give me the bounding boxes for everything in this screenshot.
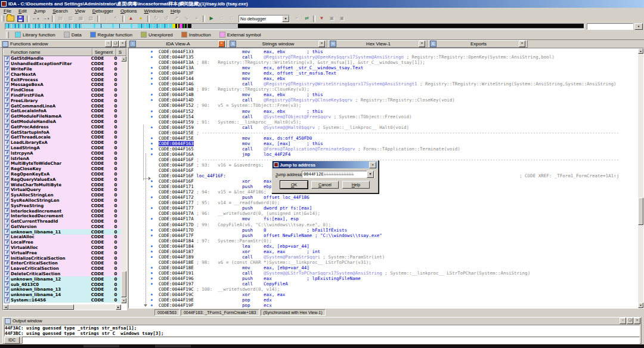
functions-vertical-scrollbar[interactable]: ▲ ▼	[121, 56, 126, 303]
listing-line[interactable]: CODE:0044F13A mov ecx, offset _str_C__wi…	[129, 65, 639, 70]
column-header-segment[interactable]: Segment	[92, 48, 116, 56]
listing-line[interactable]: CODE:0044F14D call @Registry@TRegistry@C…	[129, 97, 639, 103]
listing-line[interactable]: CODE:0044F191 call @System@@LStrToPChar$…	[129, 270, 639, 276]
menu-item-windows[interactable]: Windows	[141, 8, 167, 14]
listing-line[interactable]: CODE:0044F15E ; ------------------------…	[129, 130, 639, 135]
pause-process-icon[interactable]: □	[217, 14, 227, 23]
function-row[interactable]: fGetProcAddressCODE0	[3, 124, 121, 130]
listing-line[interactable]: CODE:0044F177 ; 95: v14 = __readfsdword(…	[129, 200, 639, 205]
output-float-button[interactable]: ❏	[627, 318, 633, 324]
help-button[interactable]: Help	[342, 181, 370, 189]
scroll-up-icon[interactable]: ▲	[121, 56, 126, 61]
function-row[interactable]: fGetVersionCODE0	[3, 224, 121, 230]
jump-down-icon[interactable]: ↓	[101, 14, 111, 23]
function-row[interactable]: fLocalFreeCODE0	[3, 240, 121, 245]
plugin-icon[interactable]: ▣	[338, 14, 347, 23]
column-header-function-name[interactable]: Function name	[3, 48, 92, 56]
function-row[interactable]: fGetLocaleInfoACODE0	[3, 109, 121, 114]
tab-hex-view-1[interactable]: HHex View-1×	[327, 40, 428, 48]
function-row[interactable]: fFindCloseCODE0	[3, 88, 121, 93]
refresh-icon[interactable]: ⇄	[302, 14, 312, 23]
ida-view-a[interactable]: CODE:0044F133 mov eax, ebx ; thisCODE:00…	[128, 48, 644, 309]
function-row[interactable]: fGetThreadLocaleCODE0	[3, 135, 121, 140]
run-to-cursor-icon[interactable]: ↘	[182, 14, 191, 23]
scroll-down-icon[interactable]: ▼	[638, 303, 643, 308]
menu-item-view[interactable]: View	[72, 8, 89, 14]
listing-line[interactable]: CODE:0044F17A ; 96: __writefsdword(0, (u…	[129, 211, 639, 216]
function-row[interactable]: fEnterCriticalSectionCODE0	[3, 261, 121, 266]
scroll-down-icon[interactable]: ▼	[121, 298, 126, 303]
column-header-start[interactable]: S	[116, 48, 126, 56]
function-row[interactable]: funknown_libname_14CODE0	[3, 292, 121, 298]
function-row[interactable]: funknown_libname_13CODE0	[3, 287, 121, 292]
script-icon[interactable]: ▣	[327, 14, 337, 23]
function-row[interactable]: fsub_4013C0CODE0	[3, 282, 121, 287]
function-row[interactable]: fRegQueryValueExACODE0	[3, 177, 121, 182]
functions-restore-button[interactable]: ▫	[105, 41, 112, 47]
listing-line[interactable]: CODE:0044F17A mov fs:[eax], esp	[129, 216, 639, 221]
listing-line[interactable]: CODE:0044F146 call @Registry@TRegistry@W…	[129, 81, 639, 87]
scroll-thumb[interactable]	[121, 271, 126, 297]
function-row[interactable]: fGetModuleHandleACODE0	[3, 119, 121, 125]
listing-line[interactable]: CODE:0044F19F pop ecx	[129, 303, 639, 308]
listing-line[interactable]: CODE:0044F196 push eax ; lpExistingFileN…	[129, 276, 639, 281]
cut-icon[interactable]: ▥	[66, 14, 76, 23]
open-file-icon[interactable]	[6, 14, 16, 23]
scroll-thumb[interactable]	[638, 198, 643, 225]
lumina-icon[interactable]: ●	[137, 14, 146, 23]
function-row[interactable]: fDeleteCriticalSectionCODE0	[3, 272, 121, 277]
cancel-button[interactable]: Cancel	[311, 181, 339, 189]
band-range-box[interactable]	[587, 23, 633, 30]
nav-forward-icon[interactable]: →▾	[41, 14, 51, 23]
scroll-right-icon[interactable]: ▶	[116, 304, 121, 310]
output-window-titlebar[interactable]: Output window ▫ ❏ ×	[3, 318, 641, 324]
functions-window-titlebar[interactable]: Functions window ▫ ❏ ×	[0, 40, 127, 48]
function-row[interactable]: fUnhandledExceptionFilterCODE0	[3, 61, 121, 67]
listing-line[interactable]: CODE:0044F152 ; 90: v5 = System::TObject…	[129, 103, 639, 108]
listing-line[interactable]: CODE:0044F17D push 0 ; bFailIfExists	[129, 227, 639, 233]
band-options-button[interactable]: ▾	[634, 23, 643, 30]
ok-button[interactable]: OK	[280, 181, 308, 189]
function-row[interactable]: fSysReAllocStringLenCODE0	[3, 198, 121, 204]
listing-line[interactable]: CODE:0044F189 call @System@ParamStr$qqri…	[129, 254, 639, 260]
function-row[interactable]: funknown_libname_12CODE0	[3, 276, 121, 282]
save-icon[interactable]	[16, 14, 26, 23]
listing-line[interactable]: CODE:0044F16F ; 93: v16 = &savedregs;	[129, 162, 639, 168]
listing-line[interactable]: CODE:0044F16A jmp loc_44F2F4	[129, 152, 639, 157]
function-row[interactable]: fMultiByteToWideCharCODE0	[3, 161, 121, 167]
listing-line[interactable]: CODE:0044F177 push dword ptr fs:[eax]	[129, 205, 639, 211]
run-until-return-icon[interactable]: ↗	[172, 14, 181, 23]
function-row[interactable]: fSysAllocStringLenCODE0	[3, 193, 121, 198]
menu-item-edit[interactable]: Edit	[15, 8, 30, 14]
scroll-thumb[interactable]	[8, 304, 74, 310]
listing-line[interactable]: CODE:0044F152 mov eax, ebx ; this	[129, 109, 639, 114]
breakpoint-icon[interactable]: ▼	[317, 14, 327, 23]
menu-item-options[interactable]: Options	[117, 8, 141, 14]
listing-line[interactable]: CODE:0044F133 mov eax, ebx ; this	[129, 49, 639, 54]
listing-line[interactable]: CODE:0044F14B mov eax, ebx ; this	[129, 92, 639, 97]
title-bar[interactable]: IDA - C:\Documents and Settings\Administ…	[0, 0, 644, 8]
command-input[interactable]	[22, 337, 640, 344]
start-process-icon[interactable]: ▶	[207, 14, 216, 23]
function-row[interactable]: fSystem::16456CODE0	[3, 298, 121, 303]
listing-line[interactable]: CODE:0044F19C xor eax, eax	[129, 292, 639, 297]
listing-line[interactable]: CODE:0044F135 call @Registry@TRegistry@O…	[129, 54, 639, 60]
listing-line[interactable]: CODE:0044F144 mov eax, ebx	[129, 76, 639, 81]
function-row[interactable]: fLeaveCriticalSectionCODE0	[3, 266, 121, 272]
function-row[interactable]: fFindFirstFileACODE0	[3, 93, 121, 98]
listing-line[interactable]: CODE:0044F13F mov edx, offset _str_msfsa…	[129, 70, 639, 76]
listing-line[interactable]: CODE:0044F16F xor eax, eax	[129, 178, 639, 184]
menu-item-search[interactable]: Search	[49, 8, 71, 14]
listing-line[interactable]: CODE:0044F16F ; ------------------------…	[129, 157, 639, 162]
output-restore-button[interactable]: ▫	[620, 318, 626, 324]
debugger-select[interactable]: No debugger▼	[239, 15, 290, 23]
function-row[interactable]: fRegOpenKeyExACODE0	[3, 172, 121, 177]
function-row[interactable]: fGetModuleFileNameACODE0	[3, 114, 121, 119]
listing-line[interactable]: CODE:0044F17D ; 99: CopyFileA(v6, "C:\\w…	[129, 222, 639, 227]
nav-back-icon[interactable]: ←▾	[31, 14, 41, 23]
function-row[interactable]: fFreeLibraryCODE0	[3, 98, 121, 103]
tab-strings-window[interactable]: SStrings window×	[227, 40, 327, 48]
listing-line[interactable]: CODE:0044F14B ; 89: Registry::TRegistry:…	[129, 87, 639, 92]
functions-horizontal-scrollbar[interactable]: ◀ ▶	[3, 304, 121, 310]
function-row[interactable]: funknown_libname_11CODE0	[3, 229, 121, 235]
